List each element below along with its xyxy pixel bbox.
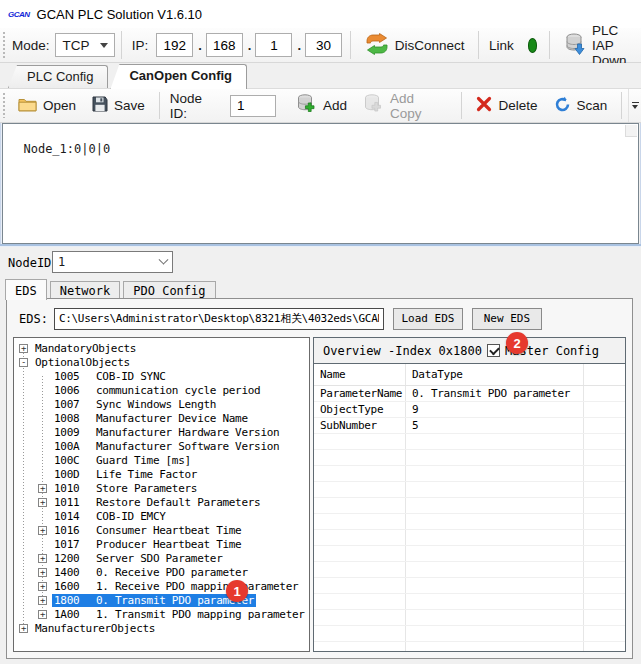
ip-octet-4[interactable] bbox=[305, 33, 342, 57]
tree-item-mandatoryobjects[interactable]: +MandatoryObjects bbox=[14, 341, 309, 355]
save-label: Save bbox=[114, 98, 145, 113]
expand-icon[interactable]: + bbox=[38, 484, 47, 493]
expand-icon[interactable]: + bbox=[38, 610, 47, 619]
separator bbox=[159, 92, 160, 119]
chevron-down-icon bbox=[100, 43, 108, 48]
table-empty-row bbox=[314, 514, 625, 530]
expand-icon[interactable]: + bbox=[38, 596, 47, 605]
object-dictionary-tree[interactable]: +MandatoryObjects -OptionalObjects 1005C… bbox=[13, 337, 310, 652]
table-row[interactable]: ObjectType 9 bbox=[314, 402, 625, 418]
tree-item-code: 1A00 bbox=[54, 608, 96, 621]
toolbar-gripper[interactable] bbox=[2, 32, 5, 58]
master-config-checkbox[interactable] bbox=[487, 344, 500, 357]
nodeid-select[interactable]: 1 bbox=[52, 251, 173, 273]
tree-item-1009[interactable]: 1009Manufacturer Hardware Version bbox=[14, 425, 309, 439]
table-row[interactable]: ParameterName 0. Transmit PDO parameter bbox=[314, 386, 625, 402]
column-header-extra[interactable] bbox=[584, 364, 625, 385]
save-button[interactable]: Save bbox=[84, 92, 153, 119]
tree-item-1008[interactable]: 1008Manufacturer Device Name bbox=[14, 411, 309, 425]
add-button[interactable]: Add bbox=[288, 90, 355, 121]
add-label: Add bbox=[323, 98, 347, 113]
tree-item-manufacturerobjects[interactable]: +ManufacturerObjects bbox=[14, 621, 309, 635]
scan-button[interactable]: Scan bbox=[546, 92, 616, 120]
separator bbox=[478, 31, 479, 59]
eds-path-row: EDS: Load EDS New EDS bbox=[13, 307, 626, 330]
disconnect-button[interactable]: DisConnect bbox=[357, 29, 473, 62]
open-button[interactable]: Open bbox=[10, 93, 84, 119]
tree-item-1600[interactable]: +16001. Receive PDO mapping parameter bbox=[14, 579, 309, 593]
ip-dot: . bbox=[248, 38, 252, 53]
add-copy-button[interactable]: Add Copy bbox=[355, 87, 456, 125]
tree-item-1005[interactable]: 1005COB-ID SYNC bbox=[14, 369, 309, 383]
ip-dot: . bbox=[198, 38, 202, 53]
tree-item-label: Server SDO Parameter bbox=[96, 552, 222, 565]
delete-button[interactable]: Delete bbox=[468, 92, 545, 119]
expand-icon[interactable]: + bbox=[38, 526, 47, 535]
expand-icon[interactable]: + bbox=[19, 624, 28, 633]
tab-network[interactable]: Network bbox=[50, 281, 121, 299]
tree-item-1017[interactable]: 1017Producer Heartbeat Time bbox=[14, 537, 309, 551]
log-text: Node_1:0|0|0 bbox=[23, 142, 110, 156]
canopen-toolbar: Open Save Node ID: Add bbox=[0, 89, 641, 123]
tree-item-100d[interactable]: 100DLife Time Factor bbox=[14, 467, 309, 481]
tree-item-1016[interactable]: +1016Consumer Heartbeat Time bbox=[14, 523, 309, 537]
canopen-config-panel: NodeID 1 EDS Network PDO Config EDS: Loa… bbox=[0, 247, 641, 664]
expand-icon[interactable]: + bbox=[38, 498, 47, 507]
tree-item-1400[interactable]: +14000. Receive PDO parameter bbox=[14, 565, 309, 579]
tree-item-1a00[interactable]: +1A001. Transmit PDO mapping parameter bbox=[14, 607, 309, 621]
tab-pdo-config[interactable]: PDO Config bbox=[123, 281, 215, 299]
new-eds-button[interactable]: New EDS bbox=[472, 308, 542, 330]
tree-item-code: 100A bbox=[54, 440, 96, 453]
tree-item-label: Store Parameters bbox=[96, 482, 197, 495]
title-bar: GCAN GCAN PLC Solution V1.6.10 bbox=[0, 0, 641, 28]
ip-octet-1[interactable] bbox=[156, 33, 193, 57]
mode-select[interactable]: TCP bbox=[55, 33, 115, 57]
nodeid-label: NodeID bbox=[8, 256, 51, 270]
tree-item-1010[interactable]: +1010Store Parameters bbox=[14, 481, 309, 495]
expand-icon[interactable]: + bbox=[38, 568, 47, 577]
tree-item-100c[interactable]: 100CGuard Time [ms] bbox=[14, 453, 309, 467]
tree-item-1800-selected[interactable]: +18000. Transmit PDO parameter bbox=[14, 593, 309, 607]
collapse-icon[interactable]: - bbox=[19, 358, 28, 367]
expand-icon[interactable]: + bbox=[38, 582, 47, 591]
tree-item-1006[interactable]: 1006communication cycle period bbox=[14, 383, 309, 397]
separator bbox=[621, 92, 622, 119]
tree-item-100a[interactable]: 100AManufacturer Software Version bbox=[14, 439, 309, 453]
tree-item-label: Manufacturer Device Name bbox=[96, 412, 248, 425]
app-logo-icon: GCAN bbox=[8, 10, 30, 19]
column-header-name[interactable]: Name bbox=[314, 364, 406, 385]
scrollbar-stub[interactable] bbox=[625, 125, 637, 137]
tree-item-1014[interactable]: 1014COB-ID EMCY bbox=[14, 509, 309, 523]
main-tab-strip: PLC Config CanOpen Config bbox=[0, 63, 641, 89]
eds-path-input[interactable] bbox=[54, 308, 384, 330]
tree-item-code: 1017 bbox=[54, 538, 96, 551]
cell-name: ParameterName bbox=[314, 386, 406, 401]
load-eds-button[interactable]: Load EDS bbox=[393, 308, 463, 330]
toolbar-overflow-button[interactable] bbox=[628, 89, 641, 122]
tree-item-label: OptionalObjects bbox=[35, 356, 130, 369]
table-row[interactable]: SubNumber 5 bbox=[314, 418, 625, 434]
mode-value: TCP bbox=[62, 38, 89, 53]
tree-item-code: 1005 bbox=[54, 370, 96, 383]
tab-canopen-config[interactable]: CanOpen Config bbox=[110, 64, 247, 89]
node-id-input[interactable] bbox=[230, 95, 276, 117]
tab-eds[interactable]: EDS bbox=[5, 279, 47, 300]
ip-dot: . bbox=[297, 38, 301, 53]
toolbar-gripper[interactable] bbox=[2, 93, 7, 118]
cell-value: 9 bbox=[406, 402, 584, 417]
ip-octet-2[interactable] bbox=[206, 33, 243, 57]
tree-item-1007[interactable]: 1007Sync Windows Length bbox=[14, 397, 309, 411]
master-config-control[interactable]: Master Config bbox=[487, 344, 599, 358]
column-header-datatype[interactable]: DataType bbox=[406, 364, 584, 385]
cell-value: 5 bbox=[406, 418, 584, 433]
tree-item-optionalobjects[interactable]: -OptionalObjects bbox=[14, 355, 309, 369]
expand-icon[interactable]: + bbox=[38, 554, 47, 563]
node-log-textarea[interactable]: Node_1:0|0|0 bbox=[2, 123, 639, 244]
table-empty-row bbox=[314, 450, 625, 466]
ip-octet-3[interactable] bbox=[255, 33, 292, 57]
tree-item-1011[interactable]: +1011Restore Default Parameters bbox=[14, 495, 309, 509]
tab-plc-config[interactable]: PLC Config bbox=[8, 65, 108, 88]
expand-icon[interactable]: + bbox=[19, 344, 28, 353]
link-label: Link bbox=[489, 38, 514, 53]
tree-item-1200[interactable]: +1200Server SDO Parameter bbox=[14, 551, 309, 565]
